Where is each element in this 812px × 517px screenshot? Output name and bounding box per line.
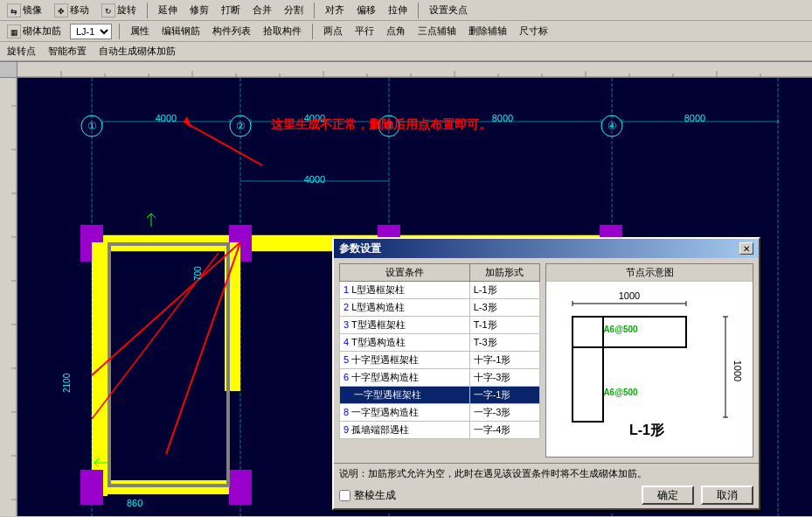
svg-text:860: 860: [127, 498, 142, 508]
toolbar-stretch-btn[interactable]: 拉伸: [385, 2, 411, 18]
table-row[interactable]: 2 L型遇构造柱L-3形: [340, 299, 540, 317]
row-form: L-1形: [469, 282, 539, 299]
table-row[interactable]: 9 孤墙端部遇柱一字-4形: [340, 422, 540, 439]
component-list-label: 构件列表: [212, 24, 251, 38]
grip-label: 设置夹点: [429, 3, 468, 17]
checkbox-label[interactable]: 整棱生成: [354, 488, 396, 503]
dialog-title: 参数设置: [339, 241, 381, 256]
svg-text:2100: 2100: [62, 373, 72, 393]
dialog-close-button[interactable]: ✕: [739, 242, 753, 255]
del-aux-btn[interactable]: 删除辅轴: [465, 23, 510, 39]
toolbar-split-btn[interactable]: 分割: [281, 2, 307, 18]
mirror-icon: ⇆: [7, 3, 21, 17]
table-row[interactable]: 5 十字型遇框架柱十字-1形: [340, 352, 540, 369]
toolbar-trim-btn[interactable]: 修剪: [186, 2, 212, 18]
edit-rebar-label: 编辑钢筋: [162, 24, 200, 38]
ok-button[interactable]: 确定: [642, 486, 694, 505]
pick-component-btn[interactable]: 拾取构件: [260, 23, 305, 39]
annotation-svg: 这里生成不正常，删除后用点布置即可。: [175, 113, 612, 183]
row-form: 一字-3形: [469, 404, 539, 422]
table-row[interactable]: 6 十字型遇构造柱十字-3形: [340, 369, 540, 387]
toolbar-move-btn[interactable]: ✥ 移动: [51, 2, 93, 19]
row-condition: 1 L型遇框架柱: [340, 282, 470, 299]
masonry-label: 砌体加筋: [23, 24, 61, 38]
masonry-icon: ▦: [7, 24, 21, 38]
row-number: 8: [344, 407, 349, 417]
button-row: 确定 取消: [642, 486, 753, 505]
two-point-btn[interactable]: 两点: [320, 23, 346, 39]
sep5: [312, 24, 313, 39]
join-label: 合并: [253, 3, 272, 17]
toolbar-row3: 旋转点 智能布置 自动生成砌体加筋: [0, 42, 812, 61]
component-list-btn[interactable]: 构件列表: [209, 23, 254, 39]
cad-drawing-area[interactable]: ① ② ③ ④ 4000 4000 8000 8000: [0, 62, 812, 516]
toolbar-extend-btn[interactable]: 延伸: [155, 2, 181, 18]
row-number: 2: [344, 302, 349, 312]
rotate-icon: ↻: [101, 3, 115, 17]
extend-label: 延伸: [158, 3, 177, 17]
ruler-top: [17, 62, 812, 78]
row-condition: ✓ 一字型遇框架柱: [340, 387, 470, 404]
component-select[interactable]: LJ-1: [70, 24, 112, 39]
table-row[interactable]: 3 T型遇框架柱T-1形: [340, 317, 540, 334]
svg-rect-70: [229, 470, 252, 505]
three-point-label: 三点辅轴: [418, 24, 456, 38]
smart-layout-btn[interactable]: 智能布置: [45, 43, 90, 59]
row-condition: 3 T型遇框架柱: [340, 317, 470, 334]
table-row[interactable]: ✓ 一字型遇框架柱一字-1形: [340, 387, 540, 404]
dialog-titlebar: 参数设置 ✕: [334, 239, 759, 258]
table-row[interactable]: 1 L型遇框架柱L-1形: [340, 282, 540, 299]
svg-text:L-1形: L-1形: [629, 423, 665, 437]
rotate-point-btn[interactable]: 旋转点: [3, 43, 39, 59]
toolbar-row2: ▦ 砌体加筋 LJ-1 属性 编辑钢筋 构件列表 拾取构件 两点 平行 点角 三: [0, 21, 812, 42]
toolbar-break-btn[interactable]: 打断: [218, 2, 244, 18]
toolbar-area: ⇆ 镜像 ✥ 移动 ↻ 旋转 延伸 修剪 打断 合并 分割 对齐: [0, 0, 812, 62]
table-row[interactable]: 4 T型遇构造柱T-3形: [340, 334, 540, 352]
col-header-form: 加筋形式: [469, 264, 539, 282]
trim-label: 修剪: [190, 3, 209, 17]
dialog-note: 说明：加筋形式允许为空，此时在遇见该设置条件时将不生成砌体加筋。: [339, 467, 753, 480]
attr-btn[interactable]: 属性: [127, 23, 153, 39]
toolbar-mirror-btn[interactable]: ⇆ 镜像: [3, 2, 45, 19]
toolbar-join-btn[interactable]: 合并: [249, 2, 275, 18]
smart-layout-label: 智能布置: [48, 45, 87, 58]
toolbar-rotate-btn[interactable]: ↻ 旋转: [98, 2, 140, 19]
table-row[interactable]: 8 一字型遇构造柱一字-3形: [340, 404, 540, 422]
svg-text:1000: 1000: [619, 290, 640, 301]
three-point-btn[interactable]: 三点辅轴: [414, 23, 460, 39]
preview-title: 节点示意图: [546, 264, 753, 282]
row-condition: 8 一字型遇构造柱: [340, 404, 470, 422]
dimension-label: 尺寸标: [519, 24, 548, 38]
parallel-btn[interactable]: 平行: [351, 23, 378, 39]
row-condition: 4 T型遇构造柱: [340, 334, 470, 352]
angle-btn[interactable]: 点角: [383, 23, 409, 39]
split-label: 分割: [284, 3, 303, 17]
masonry-rebar-btn[interactable]: ▦ 砌体加筋: [3, 23, 65, 40]
sep2: [314, 3, 315, 18]
row-number: 3: [344, 319, 349, 330]
row-condition: 6 十字型遇构造柱: [340, 369, 470, 387]
row-form: T-1形: [469, 317, 539, 334]
dimension-btn[interactable]: 尺寸标: [516, 23, 552, 39]
dialog-footer: 整棱生成 确定 取消: [339, 486, 753, 505]
row-number: 9: [344, 424, 349, 435]
checkbox-row: 整棱生成: [339, 488, 396, 503]
row-number: 6: [344, 372, 349, 382]
svg-line-87: [184, 122, 262, 165]
svg-text:A6@500: A6@500: [603, 325, 638, 334]
cancel-button[interactable]: 取消: [701, 486, 753, 505]
toolbar-align-btn[interactable]: 对齐: [322, 2, 348, 18]
full-gen-checkbox[interactable]: [339, 490, 350, 501]
ruler-top-svg: [17, 62, 812, 78]
rotate-label: 旋转: [117, 3, 136, 17]
move-icon: ✥: [54, 3, 68, 17]
row-condition: 9 孤墙端部遇柱: [340, 422, 470, 439]
parallel-label: 平行: [355, 24, 374, 38]
offset-label: 偏移: [357, 3, 376, 17]
edit-rebar-btn[interactable]: 编辑钢筋: [158, 23, 204, 39]
toolbar-grip-btn[interactable]: 设置夹点: [426, 2, 471, 18]
toolbar-offset-btn[interactable]: 偏移: [353, 2, 379, 18]
auto-gen-btn[interactable]: 自动生成砌体加筋: [95, 43, 179, 59]
row-form: L-3形: [469, 299, 539, 317]
svg-rect-73: [108, 484, 230, 487]
